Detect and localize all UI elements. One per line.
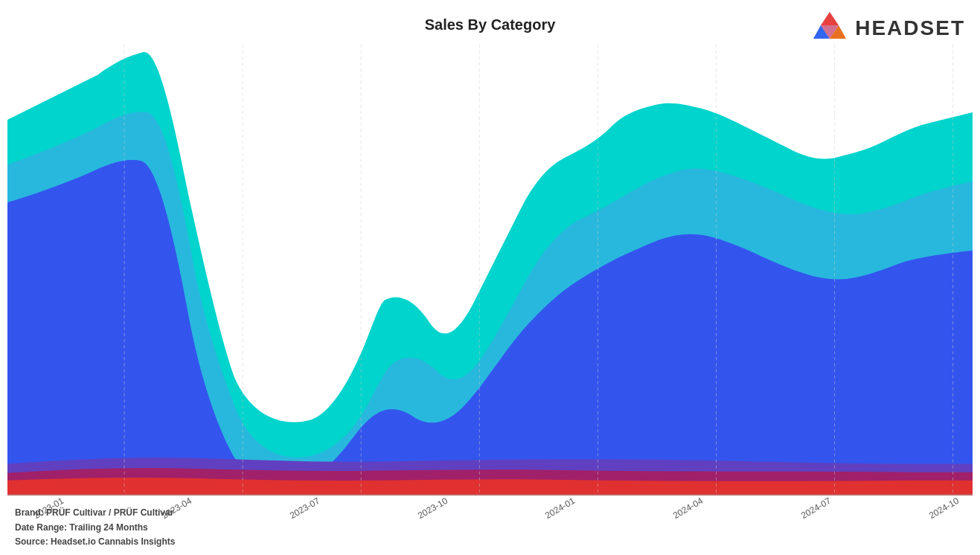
chart-svg: [7, 45, 973, 495]
footer-brand-label: Brand:: [15, 507, 44, 518]
x-label-5: 2024-01: [543, 495, 577, 521]
svg-marker-1: [821, 12, 839, 25]
headset-logo-icon: [810, 9, 849, 48]
footer-source-label: Source:: [15, 536, 48, 547]
logo-text: HEADSET: [855, 16, 965, 40]
footer-info: Brand: PRÜF Cultivar / PRÜF Cultivar Dat…: [15, 506, 175, 549]
x-label-4: 2023-10: [415, 495, 449, 521]
chart-title: Sales By Category: [425, 16, 556, 33]
x-label-3: 2023-07: [288, 495, 321, 521]
footer-source-value: Headset.io Cannabis Insights: [51, 536, 175, 547]
footer-date-value: Trailing 24 Months: [69, 522, 147, 533]
footer-date: Date Range: Trailing 24 Months: [15, 521, 175, 535]
page-container: HEADSET Sales By Category Concentrates C…: [0, 0, 980, 555]
footer-source: Source: Headset.io Cannabis Insights: [15, 535, 175, 549]
footer-date-label: Date Range:: [15, 522, 67, 533]
x-label-8: 2024-10: [927, 495, 961, 521]
x-label-6: 2024-04: [671, 495, 705, 521]
footer-brand-value: PRÜF Cultivar / PRÜF Cultivar: [46, 507, 173, 518]
x-label-7: 2024-07: [799, 495, 833, 521]
footer-brand: Brand: PRÜF Cultivar / PRÜF Cultivar: [15, 506, 175, 520]
chart-svg-container: [7, 45, 973, 495]
logo-area: HEADSET: [810, 9, 965, 48]
